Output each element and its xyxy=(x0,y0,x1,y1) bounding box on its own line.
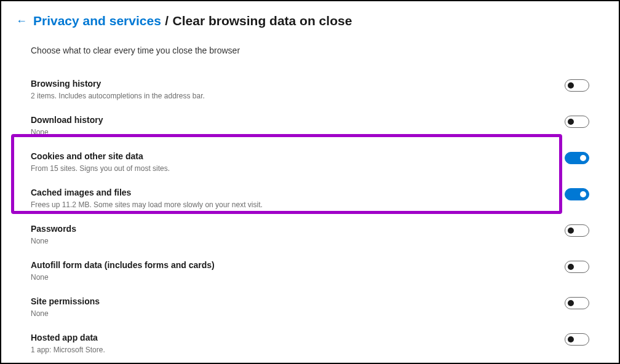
setting-desc: Frees up 11.2 MB. Some sites may load mo… xyxy=(31,200,565,209)
setting-cookies: Cookies and other site data From 15 site… xyxy=(31,148,589,184)
settings-panel: ← Privacy and services / Clear browsing … xyxy=(1,1,619,364)
setting-site-permissions: Site permissions None xyxy=(31,293,589,329)
setting-title: Autofill form data (includes forms and c… xyxy=(31,260,565,270)
setting-browsing-history: Browsing history 2 items. Includes autoc… xyxy=(31,75,589,111)
setting-text: Site permissions None xyxy=(31,296,565,318)
page-subtitle: Choose what to clear every time you clos… xyxy=(31,46,589,55)
setting-title: Download history xyxy=(31,115,565,125)
toggle-download-history[interactable] xyxy=(565,116,589,128)
toggle-browsing-history[interactable] xyxy=(565,79,589,92)
setting-autofill: Autofill form data (includes forms and c… xyxy=(31,256,589,293)
setting-passwords: Passwords None xyxy=(31,220,589,256)
setting-desc: From 15 sites. Signs you out of most sit… xyxy=(31,164,565,173)
setting-text: Browsing history 2 items. Includes autoc… xyxy=(31,79,565,100)
back-arrow-icon[interactable]: ← xyxy=(16,15,27,26)
page-title: Clear browsing data on close xyxy=(173,14,352,28)
toggle-passwords[interactable] xyxy=(565,224,589,237)
setting-text: Cookies and other site data From 15 site… xyxy=(31,151,565,173)
setting-hosted-app-data: Hosted app data 1 app: Microsoft Store. xyxy=(31,329,589,364)
setting-download-history: Download history None xyxy=(31,111,589,148)
toggle-hosted-app-data[interactable] xyxy=(565,333,589,346)
setting-desc: None xyxy=(31,309,565,318)
setting-text: Download history None xyxy=(31,115,565,136)
breadcrumb-separator: / xyxy=(165,14,169,28)
setting-text: Passwords None xyxy=(31,224,565,245)
setting-title: Passwords xyxy=(31,224,565,234)
setting-desc: None xyxy=(31,237,565,245)
setting-desc: None xyxy=(31,128,565,136)
setting-text: Hosted app data 1 app: Microsoft Store. xyxy=(31,333,565,354)
setting-title: Site permissions xyxy=(31,296,565,306)
settings-list: Browsing history 2 items. Includes autoc… xyxy=(31,75,589,364)
setting-cached-images: Cached images and files Frees up 11.2 MB… xyxy=(31,184,589,220)
setting-title: Browsing history xyxy=(31,79,565,89)
toggle-cookies[interactable] xyxy=(565,152,589,164)
setting-desc: 1 app: Microsoft Store. xyxy=(31,346,565,354)
toggle-autofill[interactable] xyxy=(565,261,589,273)
setting-title: Cookies and other site data xyxy=(31,151,565,161)
page-header: ← Privacy and services / Clear browsing … xyxy=(16,14,589,28)
toggle-site-permissions[interactable] xyxy=(565,297,589,309)
setting-desc: None xyxy=(31,273,565,282)
setting-text: Autofill form data (includes forms and c… xyxy=(31,260,565,282)
setting-title: Cached images and files xyxy=(31,188,565,197)
toggle-cached-images[interactable] xyxy=(565,188,589,200)
setting-desc: 2 items. Includes autocompletions in the… xyxy=(31,92,565,100)
breadcrumb-link[interactable]: Privacy and services xyxy=(33,14,161,28)
setting-title: Hosted app data xyxy=(31,333,565,342)
setting-text: Cached images and files Frees up 11.2 MB… xyxy=(31,188,565,209)
